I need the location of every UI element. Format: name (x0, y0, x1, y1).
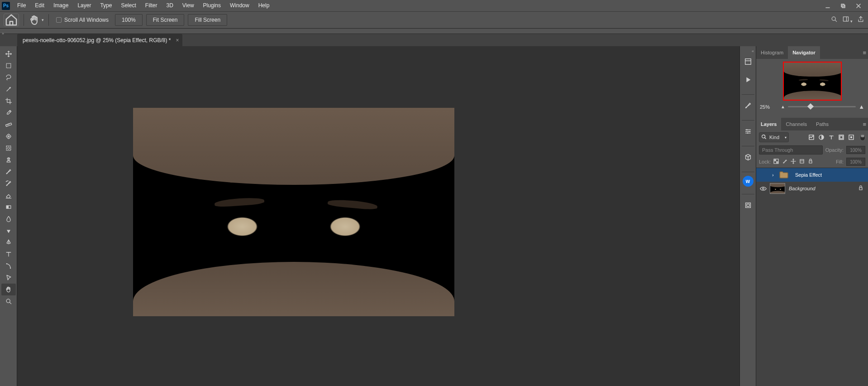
canvas-area[interactable] (17, 46, 739, 386)
actions-panel-icon[interactable] (741, 54, 755, 69)
menu-select[interactable]: Select (116, 0, 140, 11)
chevron-down-icon[interactable]: ▾ (42, 18, 44, 22)
healing-brush-tool[interactable] (1, 130, 16, 142)
move-tool[interactable] (1, 48, 16, 60)
brush-tool[interactable] (1, 166, 16, 178)
frame-tool[interactable] (1, 142, 16, 154)
layer-filter-kind-select[interactable]: Kind ▾ (759, 132, 789, 142)
checkbox-icon[interactable] (56, 17, 62, 23)
ruler-tool[interactable] (1, 119, 16, 130)
history-brush-tool[interactable] (1, 178, 16, 189)
menu-window[interactable]: Window (225, 0, 254, 11)
current-tool-hand-icon[interactable]: ▾ (29, 14, 44, 26)
direct-selection-tool[interactable] (1, 272, 16, 284)
gradient-tool[interactable] (1, 201, 16, 213)
menu-filter[interactable]: Filter (141, 0, 162, 11)
magic-wand-tool[interactable] (1, 83, 16, 95)
fill-screen-button[interactable]: Fill Screen (188, 14, 227, 26)
fill-label: Fill: (836, 159, 844, 164)
close-tab-icon[interactable]: × (176, 37, 179, 43)
lock-image-icon[interactable] (782, 159, 787, 165)
menu-file[interactable]: File (13, 0, 30, 11)
close-button[interactable] (851, 0, 866, 11)
crop-tool[interactable] (1, 95, 16, 107)
menu-type[interactable]: Type (95, 0, 116, 11)
lock-transparency-icon[interactable] (773, 159, 779, 165)
zoom-in-icon[interactable]: ▲ (858, 103, 864, 110)
lock-position-icon[interactable] (791, 159, 796, 165)
maximize-button[interactable] (835, 0, 851, 11)
eraser-tool[interactable] (1, 189, 16, 201)
dodge-tool[interactable] (1, 225, 16, 236)
properties-panel-icon[interactable] (741, 124, 755, 139)
layer-thumbnail[interactable] (770, 183, 785, 194)
layer-filter-toggle[interactable] (860, 134, 865, 141)
expand-panels-icon[interactable]: « (752, 49, 756, 54)
expand-toolbar-icon[interactable]: » (0, 31, 4, 36)
tab-channels[interactable]: Channels (781, 118, 811, 130)
tab-layers[interactable]: Layers (756, 118, 781, 130)
fit-screen-button[interactable]: Fit Screen (146, 14, 185, 26)
menu-layer[interactable]: Layer (73, 0, 95, 11)
tab-navigator[interactable]: Navigator (788, 46, 820, 59)
panel-menu-icon[interactable]: ≡ (863, 121, 866, 128)
menu-view[interactable]: View (178, 0, 199, 11)
svg-rect-2 (842, 5, 845, 8)
share-icon[interactable] (857, 15, 864, 24)
navigator-zoom-value[interactable]: 25% (760, 104, 778, 110)
navigator-thumbnail[interactable] (783, 62, 842, 101)
marquee-tool[interactable] (1, 60, 16, 72)
3d-panel-icon[interactable] (741, 150, 755, 164)
opacity-label: Opacity: (825, 147, 844, 153)
web-panel-icon[interactable]: w (743, 176, 754, 187)
lock-artboard-icon[interactable] (799, 159, 805, 165)
play-panel-icon[interactable] (741, 72, 755, 87)
pen-tool[interactable] (1, 236, 16, 248)
scroll-all-windows-checkbox[interactable]: Scroll All Windows (53, 17, 111, 23)
menu-plugins[interactable]: Plugins (199, 0, 225, 11)
zoom-out-icon[interactable]: ▲ (781, 104, 785, 109)
tab-histogram[interactable]: Histogram (756, 46, 788, 59)
zoom-tool[interactable] (1, 295, 16, 307)
filter-pixel-icon[interactable] (808, 134, 815, 140)
search-icon[interactable] (830, 15, 838, 24)
tab-paths[interactable]: Paths (811, 118, 833, 130)
filter-smartobject-icon[interactable] (848, 134, 854, 140)
home-button[interactable] (4, 14, 19, 26)
eyedropper-tool[interactable] (1, 107, 16, 119)
layer-name[interactable]: Background (789, 186, 858, 191)
lock-all-icon[interactable] (808, 159, 813, 165)
layer-name[interactable]: Sepia Effect (795, 172, 868, 178)
document-canvas[interactable] (133, 108, 454, 316)
workspace-switcher-icon[interactable]: ▾ (842, 15, 853, 24)
opacity-value[interactable]: 100% (846, 146, 865, 154)
filter-shape-icon[interactable] (838, 134, 844, 140)
hand-tool[interactable] (1, 284, 16, 295)
layer-group-sepia-effect[interactable]: › Sepia Effect (756, 168, 868, 182)
layer-visibility-toggle[interactable] (756, 185, 770, 192)
document-tab[interactable]: pexels-noelle-otto-906052.jpg @ 25% (Sep… (17, 34, 182, 46)
right-panels: Histogram Navigator ≡ 25% ▲ ▲ Layers Cha… (756, 46, 868, 386)
minimize-button[interactable] (820, 0, 835, 11)
panel-menu-icon[interactable]: ≡ (863, 49, 866, 56)
fill-value[interactable]: 100% (846, 158, 865, 166)
filter-adjustment-icon[interactable] (818, 134, 825, 140)
lock-icon[interactable] (858, 185, 868, 192)
clone-stamp-tool[interactable] (1, 154, 16, 166)
filter-type-icon[interactable] (828, 134, 835, 140)
menu-edit[interactable]: Edit (30, 0, 49, 11)
group-expand-icon[interactable]: › (770, 173, 776, 178)
blend-mode-select[interactable]: Pass Through (759, 145, 823, 154)
zoom-value-button[interactable]: 100% (115, 14, 143, 26)
menu-3d[interactable]: 3D (162, 0, 177, 11)
lasso-tool[interactable] (1, 72, 16, 83)
path-selection-tool[interactable] (1, 260, 16, 272)
layer-background[interactable]: Background (756, 182, 868, 195)
brushes-panel-icon[interactable] (741, 98, 755, 113)
navigator-zoom-slider[interactable] (788, 106, 856, 107)
type-tool[interactable] (1, 248, 16, 260)
menu-image[interactable]: Image (49, 0, 73, 11)
libraries-panel-icon[interactable] (741, 198, 755, 212)
menu-help[interactable]: Help (254, 0, 274, 11)
blur-tool[interactable] (1, 213, 16, 225)
